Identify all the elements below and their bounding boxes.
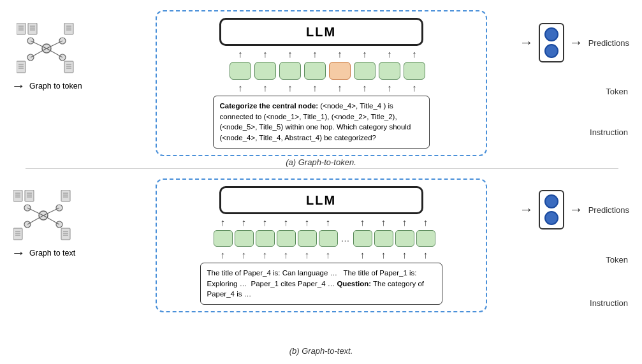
bottom-instruction-box: The title of Paper_4 is: Can language … …: [200, 263, 442, 305]
btok-7: [353, 230, 372, 247]
bottom-right-arrow-icon: →: [11, 245, 26, 261]
top-llm-label: LLM: [306, 25, 336, 40]
top-token-label: Token: [606, 87, 628, 96]
btok-5: [298, 230, 317, 247]
token-8: [404, 62, 425, 80]
bottom-caption: (b) Graph-to-text.: [289, 346, 353, 356]
svg-rect-4: [28, 23, 37, 34]
btok-10: [416, 230, 435, 247]
bottom-down-arrows: ↑ ↑ ↑ ↑ ↑ ↑ ↑ ↑ ↑ ↑: [200, 217, 442, 228]
bottom-horiz-arrow-2-icon: →: [569, 201, 583, 218]
bottom-llm-label: LLM: [306, 193, 336, 208]
bottom-token-row: …: [200, 230, 442, 247]
svg-rect-16: [64, 61, 73, 73]
btok-9: [395, 230, 414, 247]
top-dashed-box: LLM ↑ ↑ ↑ ↑ ↑ ↑ ↑ ↑: [156, 10, 487, 156]
bottom-horiz-arrow-icon: →: [520, 201, 534, 218]
token-4: [304, 62, 326, 80]
bottom-instruction-bold: Question:: [337, 280, 371, 288]
bottom-predictions-label: Predictions: [588, 205, 629, 215]
bottom-pred-circle-1: [544, 194, 558, 208]
bottom-section: → Graph to text LLM ↑ ↑ ↑ ↑ ↑ ↑ ↑ ↑ ↑: [0, 173, 642, 358]
bottom-token-label: Token: [606, 255, 628, 265]
token-1: [230, 62, 251, 80]
btok-2: [235, 230, 254, 247]
bottom-graph-arrow: → Graph to text: [11, 245, 75, 261]
top-pred-circle-1: [544, 27, 558, 41]
svg-rect-37: [61, 190, 70, 201]
btok-3: [256, 230, 275, 247]
bottom-pred-wrapper: [539, 190, 564, 229]
main-container: → Graph to token LLM ↑ ↑ ↑ ↑ ↑ ↑ ↑ ↑: [0, 0, 642, 364]
bottom-predictions-area: → → Predictions: [520, 190, 629, 229]
bottom-up-arrows: ↑ ↑ ↑ ↑ ↑ ↑ ↑ ↑ ↑ ↑: [200, 249, 442, 260]
top-instruction-label: Instruction: [590, 127, 628, 137]
btok-6: [319, 230, 338, 247]
bottom-pred-circle-2: [544, 211, 558, 225]
bottom-graph-area: → Graph to text: [11, 190, 75, 261]
top-graph-arrow: → Graph to token: [11, 78, 82, 94]
top-instruction-box: Categorize the central node: (<node_4>, …: [213, 96, 430, 149]
svg-rect-33: [25, 190, 34, 201]
svg-line-57: [43, 215, 59, 224]
svg-rect-45: [61, 228, 70, 240]
top-llm-box: LLM: [219, 18, 423, 46]
svg-line-56: [27, 215, 43, 224]
svg-rect-41: [13, 228, 22, 240]
bottom-llm-box: LLM: [219, 186, 423, 214]
top-predictions-area: → → Predictions: [520, 23, 629, 62]
bottom-instruction-label: Instruction: [590, 298, 628, 308]
svg-line-27: [31, 48, 47, 57]
top-token-row: [213, 62, 430, 80]
btok-8: [374, 230, 393, 247]
top-graph-svg: [17, 23, 77, 74]
top-pred-circle-2: [544, 44, 558, 58]
bottom-graph-svg: [13, 190, 74, 241]
token-5-peach: [329, 62, 351, 80]
top-horiz-arrow-2-icon: →: [569, 34, 583, 51]
top-instruction-bold: Categorize the central node:: [220, 102, 319, 110]
token-2: [254, 62, 276, 80]
bottom-dashed-box: LLM ↑ ↑ ↑ ↑ ↑ ↑ ↑ ↑ ↑ ↑: [156, 178, 487, 312]
svg-rect-12: [17, 61, 26, 73]
top-graph-area: → Graph to token: [11, 23, 82, 94]
token-6: [354, 62, 376, 80]
top-up-arrows: ↑ ↑ ↑ ↑ ↑ ↑ ↑ ↑: [213, 82, 430, 93]
right-arrow-icon: →: [11, 78, 26, 94]
graph-to-text-label: Graph to text: [29, 249, 75, 258]
btok-1: [214, 230, 233, 247]
svg-rect-29: [13, 190, 22, 201]
top-section: → Graph to token LLM ↑ ↑ ↑ ↑ ↑ ↑ ↑ ↑: [0, 5, 642, 170]
svg-line-28: [47, 48, 62, 57]
top-down-arrows: ↑ ↑ ↑ ↑ ↑ ↑ ↑ ↑: [213, 48, 430, 59]
top-predictions-label: Predictions: [588, 38, 629, 48]
token-gap: …: [340, 233, 351, 244]
top-horiz-arrow-icon: →: [520, 34, 534, 51]
top-caption: (a) Graph-to-token.: [286, 157, 356, 167]
token-7: [379, 62, 400, 80]
token-3: [279, 62, 301, 80]
section-divider: [26, 168, 618, 169]
btok-4: [277, 230, 296, 247]
top-pred-wrapper: [539, 23, 564, 62]
graph-to-token-label: Graph to token: [29, 82, 82, 91]
svg-rect-8: [64, 23, 73, 34]
svg-rect-0: [17, 23, 26, 34]
